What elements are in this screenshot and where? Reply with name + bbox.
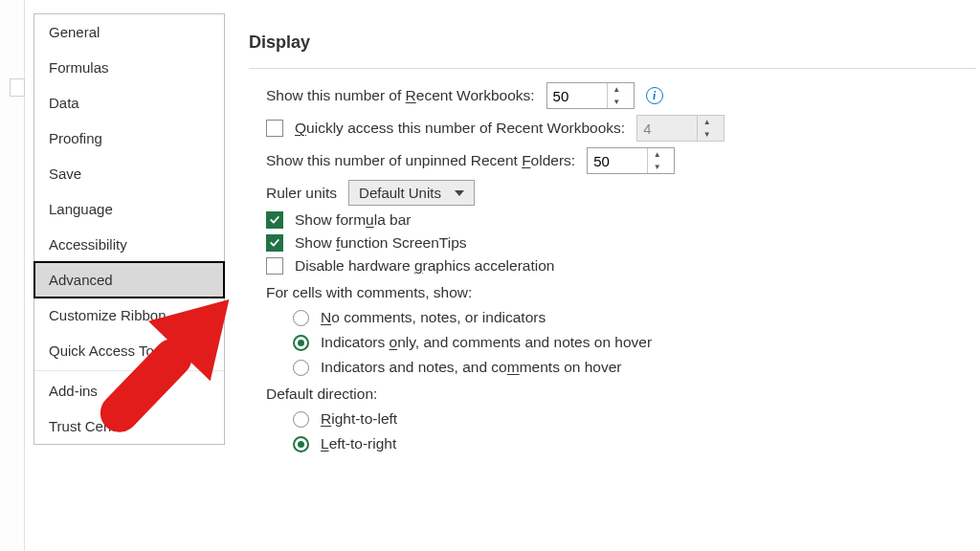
- sidebar-item-customize-ribbon[interactable]: Customize Ribbon: [34, 298, 224, 333]
- options-content: Display Show this number of Recent Workb…: [249, 33, 976, 460]
- show-formula-bar-label: Show formula bar: [295, 211, 412, 229]
- spinner-up-icon[interactable]: ▲: [648, 148, 666, 161]
- recent-workbooks-stepper[interactable]: ▲ ▼: [546, 82, 635, 109]
- row-show-screentips: Show function ScreenTips: [266, 234, 976, 252]
- recent-folders-input[interactable]: [588, 148, 647, 173]
- radio-ltr[interactable]: Left-to-right: [293, 435, 976, 452]
- show-formula-bar-checkbox[interactable]: [266, 211, 283, 229]
- show-screentips-checkbox[interactable]: [266, 234, 283, 252]
- sidebar-item-general[interactable]: General: [34, 14, 224, 50]
- radio-label: Indicators only, and comments and notes …: [321, 334, 652, 351]
- disable-hw-accel-label: Disable hardware graphics acceleration: [295, 257, 554, 275]
- radio-icon[interactable]: [293, 411, 309, 428]
- sidebar-item-proofing[interactable]: Proofing: [34, 121, 224, 156]
- comments-heading: For cells with comments, show:: [266, 284, 976, 301]
- sidebar-item-advanced[interactable]: Advanced: [34, 262, 224, 298]
- sidebar-separator: [34, 370, 224, 371]
- radio-rtl[interactable]: Right-to-left: [293, 410, 976, 428]
- direction-heading: Default direction:: [266, 386, 976, 403]
- options-sidebar: General Formulas Data Proofing Save Lang…: [33, 13, 225, 445]
- row-quick-access: Quickly access this number of Recent Wor…: [266, 115, 976, 142]
- chevron-down-icon: [455, 190, 464, 196]
- window-left-gutter: [0, 0, 25, 551]
- radio-icon[interactable]: [293, 436, 309, 452]
- direction-radio-group: Right-to-left Left-to-right: [293, 410, 976, 452]
- row-recent-workbooks: Show this number of Recent Workbooks: ▲ …: [266, 82, 976, 109]
- quick-access-stepper: ▲ ▼: [636, 115, 724, 142]
- radio-indicators-only[interactable]: Indicators only, and comments and notes …: [293, 334, 976, 351]
- spinner-down-icon: ▼: [698, 128, 716, 141]
- row-disable-hw-accel: Disable hardware graphics acceleration: [266, 257, 976, 275]
- sidebar-item-language[interactable]: Language: [34, 191, 224, 227]
- radio-icon[interactable]: [293, 335, 309, 351]
- sidebar-item-formulas[interactable]: Formulas: [34, 50, 224, 85]
- spinner-up-icon[interactable]: ▲: [608, 83, 626, 96]
- radio-label: Right-to-left: [321, 410, 397, 428]
- ruler-units-value: Default Units: [359, 185, 441, 201]
- recent-workbooks-input[interactable]: [547, 83, 607, 108]
- radio-label: Left-to-right: [321, 435, 396, 452]
- sidebar-item-data[interactable]: Data: [34, 85, 224, 121]
- comments-radio-group: No comments, notes, or indicators Indica…: [293, 309, 976, 376]
- sidebar-item-quick-access-toolbar[interactable]: Quick Access Toolbar: [34, 333, 224, 368]
- radio-label: Indicators and notes, and comments on ho…: [321, 359, 622, 376]
- row-recent-folders: Show this number of unpinned Recent Fold…: [266, 147, 976, 174]
- row-ruler-units: Ruler units Default Units: [266, 180, 976, 206]
- ruler-units-dropdown[interactable]: Default Units: [348, 180, 475, 206]
- show-screentips-label: Show function ScreenTips: [295, 234, 467, 252]
- sidebar-item-trust-center[interactable]: Trust Center: [34, 408, 224, 444]
- recent-workbooks-label: Show this number of Recent Workbooks:: [266, 87, 535, 104]
- radio-icon[interactable]: [293, 360, 309, 376]
- recent-folders-label: Show this number of unpinned Recent Fold…: [266, 152, 575, 169]
- section-divider: [249, 68, 976, 69]
- quick-access-label: Quickly access this number of Recent Wor…: [295, 120, 625, 137]
- spinner-up-icon: ▲: [698, 116, 716, 128]
- sidebar-item-accessibility[interactable]: Accessibility: [34, 227, 224, 262]
- radio-indicators-notes[interactable]: Indicators and notes, and comments on ho…: [293, 359, 976, 376]
- sidebar-item-add-ins[interactable]: Add-ins: [34, 373, 224, 408]
- spinner-down-icon[interactable]: ▼: [608, 96, 626, 108]
- sidebar-item-save[interactable]: Save: [34, 156, 224, 191]
- ruler-units-label: Ruler units: [266, 185, 337, 202]
- disable-hw-accel-checkbox[interactable]: [266, 257, 283, 275]
- row-show-formula-bar: Show formula bar: [266, 211, 976, 229]
- info-icon[interactable]: i: [646, 87, 663, 104]
- radio-no-comments[interactable]: No comments, notes, or indicators: [293, 309, 976, 326]
- quick-access-checkbox[interactable]: [266, 120, 283, 137]
- section-title-display: Display: [249, 33, 976, 53]
- radio-icon[interactable]: [293, 310, 309, 326]
- radio-label: No comments, notes, or indicators: [321, 309, 546, 326]
- spinner-down-icon[interactable]: ▼: [648, 161, 666, 173]
- quick-access-input: [637, 116, 697, 141]
- recent-folders-stepper[interactable]: ▲ ▼: [587, 147, 675, 174]
